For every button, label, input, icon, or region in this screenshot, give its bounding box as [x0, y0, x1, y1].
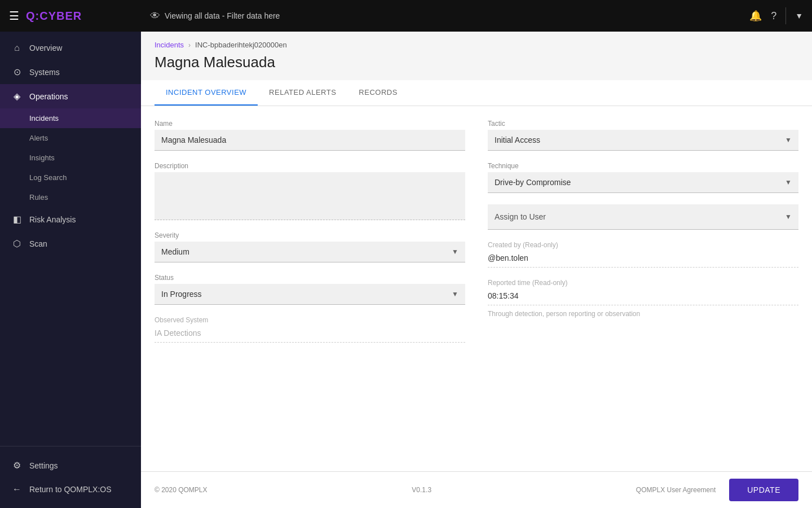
- version: V0.1.3: [412, 486, 431, 494]
- technique-select-wrapper: Drive-by Compromise Phishing Supply Chai…: [488, 172, 798, 193]
- eye-icon: 👁: [150, 10, 160, 22]
- observed-system-value: IA Detections: [155, 326, 465, 343]
- form-left-column: Name Description Severity Low: [155, 120, 465, 343]
- status-field: Status Open In Progress Closed Resolved …: [155, 274, 465, 305]
- sidebar-item-systems[interactable]: ⊙ Systems: [0, 60, 141, 84]
- breadcrumb: Incidents › INC-bpbaderihtekj020000en: [141, 32, 812, 54]
- sidebar-sub-label-alerts: Alerts: [29, 134, 48, 142]
- filter-text[interactable]: Viewing all data - Filter data here: [165, 11, 280, 20]
- page-footer: © 2020 QOMPLX V0.1.3 QOMPLX User Agreeme…: [141, 471, 812, 508]
- form-area: Name Description Severity Low: [141, 106, 812, 471]
- sidebar-nav: ⌂ Overview ⊙ Systems ◈ Operations Incide…: [0, 32, 141, 446]
- sidebar-label-systems: Systems: [29, 68, 60, 77]
- status-label: Status: [155, 274, 465, 282]
- tabs-bar: INCIDENT OVERVIEW RELATED ALERTS RECORDS: [141, 80, 812, 106]
- sidebar-label-risk-analysis: Risk Analysis: [29, 215, 76, 224]
- created-by-field: Created by (Read-only) @ben.tolen: [488, 241, 798, 268]
- main-container: ⌂ Overview ⊙ Systems ◈ Operations Incide…: [0, 32, 812, 508]
- header-divider: [785, 7, 786, 24]
- sidebar-label-scan: Scan: [29, 239, 47, 248]
- update-button[interactable]: UPDATE: [729, 479, 798, 501]
- name-input[interactable]: [155, 130, 465, 151]
- sidebar-sub-incidents[interactable]: Incidents: [0, 108, 141, 128]
- reported-time-field: Reported time (Read-only) 08:15:34 Throu…: [488, 279, 798, 318]
- sidebar-sub-label-insights: Insights: [29, 154, 55, 162]
- tactic-select-wrapper: Initial Access Execution Persistence Pri…: [488, 130, 798, 151]
- sidebar-item-operations[interactable]: ◈ Operations: [0, 84, 141, 108]
- scan-icon: ⬡: [11, 238, 23, 249]
- detection-note: Through detection, person reporting or o…: [488, 308, 798, 318]
- sidebar-item-risk-analysis[interactable]: ◧ Risk Analysis: [0, 207, 141, 231]
- tactic-field: Tactic Initial Access Execution Persiste…: [488, 120, 798, 151]
- tab-related-alerts[interactable]: RELATED ALERTS: [258, 80, 347, 106]
- copyright: © 2020 QOMPLX: [155, 486, 208, 494]
- sidebar-label-overview: Overview: [29, 43, 62, 52]
- header-right: 🔔 ? ▼: [749, 7, 803, 24]
- breadcrumb-separator: ›: [188, 41, 191, 49]
- name-field: Name: [155, 120, 465, 151]
- sidebar: ⌂ Overview ⊙ Systems ◈ Operations Incide…: [0, 32, 141, 508]
- help-icon[interactable]: ?: [771, 10, 776, 22]
- operations-icon: ◈: [11, 91, 23, 102]
- sidebar-sub-rules[interactable]: Rules: [0, 187, 141, 207]
- observed-system-field: Observed System IA Detections: [155, 316, 465, 343]
- sidebar-sub-label-rules: Rules: [29, 193, 48, 202]
- observed-system-label: Observed System: [155, 316, 465, 324]
- tab-records[interactable]: RECORDS: [347, 80, 409, 106]
- header-left: ☰ Q:CYBER: [9, 9, 150, 23]
- sidebar-sub-insights[interactable]: Insights: [0, 148, 141, 168]
- breadcrumb-current: INC-bpbaderihtekj020000en: [195, 41, 287, 49]
- breadcrumb-link[interactable]: Incidents: [155, 41, 184, 49]
- home-icon: ⌂: [11, 43, 23, 53]
- technique-field: Technique Drive-by Compromise Phishing S…: [488, 162, 798, 193]
- hamburger-icon[interactable]: ☰: [9, 9, 19, 23]
- reported-time-value: 08:15:34: [488, 289, 798, 305]
- header-center: 👁 Viewing all data - Filter data here: [150, 10, 749, 22]
- sidebar-sub-label-log-search: Log Search: [29, 173, 67, 182]
- sidebar-sub-log-search[interactable]: Log Search: [0, 168, 141, 187]
- severity-select[interactable]: Low Medium High Critical: [155, 242, 465, 262]
- sidebar-item-return[interactable]: ← Return to QOMPLX:OS: [0, 478, 141, 501]
- sidebar-label-return: Return to QOMPLX:OS: [29, 485, 112, 494]
- systems-icon: ⊙: [11, 67, 23, 77]
- status-select[interactable]: Open In Progress Closed Resolved: [155, 284, 465, 304]
- form-grid: Name Description Severity Low: [155, 120, 798, 343]
- sidebar-sub-label-incidents: Incidents: [29, 114, 59, 122]
- severity-select-wrapper: Low Medium High Critical ▼: [155, 242, 465, 262]
- severity-field: Severity Low Medium High Critical ▼: [155, 231, 465, 262]
- description-label: Description: [155, 162, 465, 170]
- status-select-wrapper: Open In Progress Closed Resolved ▼: [155, 284, 465, 305]
- bell-icon[interactable]: 🔔: [749, 10, 762, 22]
- sidebar-label-operations: Operations: [29, 92, 68, 101]
- tactic-select[interactable]: Initial Access Execution Persistence Pri…: [488, 130, 798, 150]
- sidebar-label-settings: Settings: [29, 461, 58, 470]
- user-agreement[interactable]: QOMPLX User Agreement: [636, 486, 716, 494]
- page-title: Magna Malesuada: [141, 54, 812, 80]
- technique-label: Technique: [488, 162, 798, 170]
- created-by-value: @ben.tolen: [488, 251, 798, 268]
- assign-user-field: Assign to User @ben.tolen @admin ▼: [488, 204, 798, 230]
- created-by-label: Created by (Read-only): [488, 241, 798, 249]
- sidebar-item-scan[interactable]: ⬡ Scan: [0, 231, 141, 256]
- reported-time-label: Reported time (Read-only): [488, 279, 798, 287]
- sidebar-sub-alerts[interactable]: Alerts: [0, 128, 141, 148]
- settings-icon: ⚙: [11, 460, 23, 471]
- technique-select[interactable]: Drive-by Compromise Phishing Supply Chai…: [488, 172, 798, 192]
- top-header: ☰ Q:CYBER 👁 Viewing all data - Filter da…: [0, 0, 812, 32]
- severity-label: Severity: [155, 231, 465, 239]
- tactic-label: Tactic: [488, 120, 798, 128]
- description-field: Description: [155, 162, 465, 220]
- chevron-down-icon[interactable]: ▼: [795, 11, 803, 20]
- risk-icon: ◧: [11, 214, 23, 225]
- form-right-column: Tactic Initial Access Execution Persiste…: [488, 120, 798, 343]
- description-input[interactable]: [155, 172, 465, 220]
- content-area: Incidents › INC-bpbaderihtekj020000en Ma…: [141, 32, 812, 508]
- assign-select[interactable]: Assign to User @ben.tolen @admin: [488, 204, 798, 229]
- assign-select-wrapper: Assign to User @ben.tolen @admin ▼: [488, 204, 798, 230]
- name-label: Name: [155, 120, 465, 128]
- sidebar-item-overview[interactable]: ⌂ Overview: [0, 36, 141, 60]
- return-icon: ←: [11, 484, 23, 494]
- brand-logo: Q:CYBER: [26, 10, 82, 23]
- sidebar-item-settings[interactable]: ⚙ Settings: [0, 453, 141, 478]
- tab-incident-overview[interactable]: INCIDENT OVERVIEW: [155, 80, 258, 106]
